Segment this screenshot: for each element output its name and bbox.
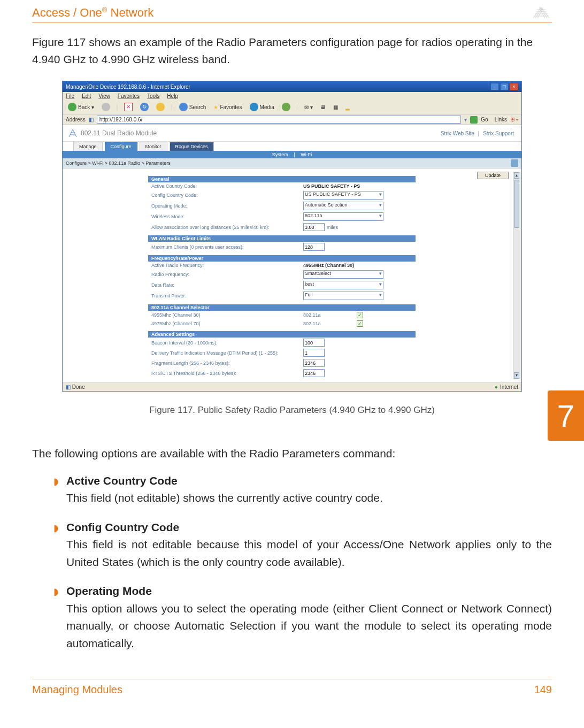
- go-label[interactable]: Go: [481, 117, 488, 122]
- label-long-assoc: Allow association over long distances (2…: [148, 225, 303, 230]
- breadcrumb-bar: Configure > Wi-Fi > 802.11a Radio > Para…: [63, 158, 521, 168]
- input-beacon[interactable]: [303, 339, 325, 347]
- scroll-down-icon[interactable]: ▾: [514, 372, 519, 379]
- norton-icon[interactable]: ⛨▾: [510, 117, 518, 122]
- mode-ch70: 802.11a: [303, 321, 357, 326]
- history-button[interactable]: [280, 102, 293, 112]
- input-long-assoc[interactable]: [303, 223, 325, 231]
- mail-icon: ✉: [304, 104, 309, 110]
- checkbox-ch30[interactable]: ✓: [357, 312, 363, 318]
- scrollbar[interactable]: ▴ ▾: [513, 172, 520, 379]
- refresh-button[interactable]: ↻: [138, 102, 151, 112]
- status-right: Internet: [500, 384, 518, 390]
- label-wireless-mode: Wireless Mode:: [148, 214, 303, 219]
- window-title: Manager/One Device 192.168.0.6 - Interne…: [66, 84, 190, 90]
- tab-configure[interactable]: Configure: [105, 142, 137, 151]
- link-support[interactable]: Strix Support: [483, 131, 514, 136]
- select-op-mode[interactable]: Automatic Selection: [303, 202, 383, 210]
- star-icon: ★: [213, 104, 218, 110]
- input-max-clients[interactable]: [303, 243, 325, 251]
- opt-title-2: Config Country Code: [66, 521, 179, 533]
- breadcrumb: Configure > Wi-Fi > 802.11a Radio > Para…: [66, 160, 171, 166]
- label-max-clients: Maximum Clients (0 prevents user access)…: [148, 244, 303, 250]
- select-data-rate[interactable]: best: [303, 281, 383, 289]
- menu-edit[interactable]: Edit: [82, 93, 91, 99]
- mail-button[interactable]: ✉▾: [302, 103, 315, 111]
- tab-monitor[interactable]: Monitor: [140, 142, 167, 151]
- address-dropdown-icon[interactable]: ▾: [464, 117, 467, 122]
- refresh-panel-icon[interactable]: [511, 159, 518, 167]
- tab-manage[interactable]: Manage: [73, 142, 103, 151]
- header-title-sup: ®: [102, 6, 107, 14]
- page-footer: Managing Modules 149: [32, 679, 552, 696]
- home-button[interactable]: [154, 102, 167, 112]
- links-label[interactable]: Links: [495, 117, 507, 122]
- chapter-tab: 7: [548, 390, 584, 441]
- select-config-country[interactable]: US PUBLIC SAFETY - PS: [303, 191, 383, 200]
- menu-tools[interactable]: Tools: [147, 93, 159, 99]
- close-button[interactable]: ×: [510, 83, 518, 90]
- app-logo: 802.11 Dual Radio Module: [68, 128, 157, 138]
- address-input[interactable]: http://192.168.0.6/: [97, 116, 462, 124]
- print-button[interactable]: 🖶: [318, 103, 328, 111]
- forward-button[interactable]: [99, 102, 112, 112]
- label-tx-power: Transmit Power:: [148, 293, 303, 298]
- bullet-icon: ◗: [53, 474, 58, 489]
- go-button-icon[interactable]: [470, 116, 478, 124]
- value-active-freq: 4955MHz (Channel 30): [303, 263, 354, 268]
- options-intro: The following options are available with…: [32, 445, 552, 463]
- stop-icon: ✕: [124, 103, 133, 111]
- svg-line-3: [541, 7, 549, 18]
- label-ch30: 4955Mhz (Channel 30): [148, 312, 303, 318]
- section-general: General: [148, 176, 416, 182]
- opt-body-1: This field (not editable) shows the curr…: [66, 492, 383, 504]
- section-advanced: Advanced Settings: [148, 331, 416, 338]
- bullet-icon: ◗: [53, 585, 58, 600]
- maximize-button[interactable]: □: [500, 83, 509, 90]
- checkbox-ch70[interactable]: ✓: [357, 320, 363, 327]
- select-radio-freq[interactable]: SmartSelect: [303, 270, 383, 279]
- select-wireless-mode[interactable]: 802.11a: [303, 212, 383, 221]
- window-titlebar[interactable]: Manager/One Device 192.168.0.6 - Interne…: [63, 81, 521, 92]
- ie-page-icon: ◧: [89, 117, 94, 122]
- app-header: 802.11 Dual Radio Module Strix Web Site …: [63, 125, 521, 142]
- options-list: ◗ Active Country Code This field (not ed…: [53, 472, 552, 653]
- minimize-button[interactable]: _: [490, 83, 499, 90]
- input-frag[interactable]: [303, 359, 325, 367]
- search-button[interactable]: Search: [177, 102, 209, 112]
- input-rts[interactable]: [303, 369, 325, 377]
- subtab-system[interactable]: System: [272, 152, 288, 157]
- input-dtim[interactable]: [303, 349, 325, 357]
- edit-icon: ▦: [333, 104, 338, 110]
- main-tabs: Manage Configure Monitor Rogue Devices: [63, 142, 521, 151]
- top-links: Strix Web Site | Strix Support: [439, 131, 516, 136]
- list-item: ◗ Config Country Code This field is not …: [53, 519, 552, 571]
- stop-button[interactable]: ✕: [122, 102, 135, 112]
- scroll-up-icon[interactable]: ▴: [514, 172, 519, 179]
- header-title-pre: Access / One: [32, 6, 102, 19]
- menu-file[interactable]: File: [66, 93, 74, 99]
- media-button[interactable]: Media: [248, 102, 276, 112]
- update-button[interactable]: Update: [477, 172, 509, 179]
- folder-button[interactable]: ▂: [343, 103, 352, 111]
- favorites-button[interactable]: ★Favorites: [211, 103, 244, 111]
- mode-ch30: 802.11a: [303, 312, 357, 318]
- menu-view[interactable]: View: [98, 93, 110, 99]
- internet-zone-icon: ●: [495, 384, 498, 390]
- subtab-wifi[interactable]: Wi-Fi: [301, 152, 312, 157]
- section-wlan: WLAN Radio Client Limits: [148, 235, 416, 242]
- edit-button[interactable]: ▦: [331, 103, 340, 111]
- menu-help[interactable]: Help: [167, 93, 178, 99]
- menu-favorites[interactable]: Favorites: [118, 93, 140, 99]
- history-icon: [282, 103, 290, 111]
- back-button[interactable]: Back ▾: [66, 102, 96, 112]
- label-ch70: 4975Mhz (Channel 70): [148, 321, 303, 326]
- select-tx-power[interactable]: Full: [303, 292, 383, 300]
- label-beacon: Beacon Interval (20 - 1000ms):: [148, 340, 303, 346]
- search-icon: [179, 103, 188, 111]
- label-frag: Fragment Length (256 - 2346 bytes):: [148, 361, 303, 366]
- link-web[interactable]: Strix Web Site: [441, 131, 474, 136]
- scroll-thumb[interactable]: [514, 180, 519, 228]
- tab-rogue[interactable]: Rogue Devices: [170, 142, 214, 151]
- folder-icon: ▂: [345, 104, 350, 110]
